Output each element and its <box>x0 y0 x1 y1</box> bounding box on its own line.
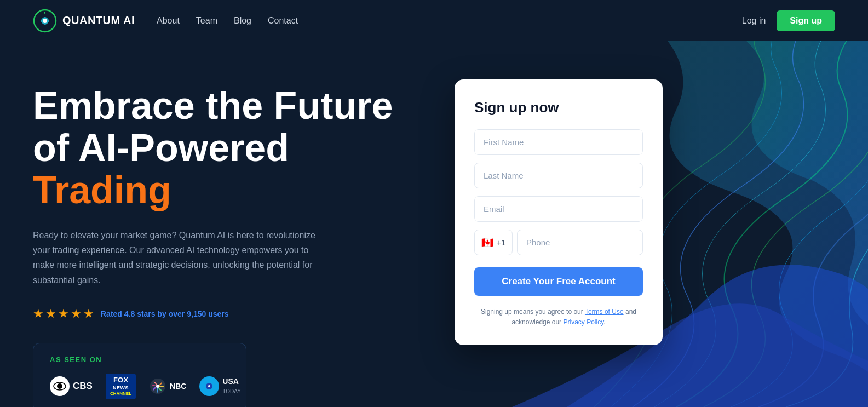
user-count: 9,150 users <box>187 309 228 318</box>
cbs-circle <box>50 376 70 396</box>
usa-today-label: TODAY <box>222 388 241 394</box>
cbs-text: CBS <box>73 381 93 392</box>
logo[interactable]: QUANTUM AI <box>33 9 135 33</box>
nav-blog[interactable]: Blog <box>234 16 251 26</box>
star-2: ★ <box>45 307 56 321</box>
phone-group: 🇨🇦 +1 <box>474 230 643 255</box>
nav-links: About Team Blog Contact <box>157 16 742 26</box>
nav-contact[interactable]: Contact <box>268 16 298 26</box>
email-group <box>474 196 643 222</box>
navbar: QUANTUM AI About Team Blog Contact Log i… <box>0 0 868 41</box>
fox-logo: FOX NEWS CHANNEL <box>106 374 136 399</box>
rating-row: ★ ★ ★ ★ ★ Rated 4.8 stars by over 9,150 … <box>33 307 449 321</box>
hero-title-line2: of AI-Powered <box>33 127 289 169</box>
logo-icon <box>33 9 57 33</box>
signup-form-card: Sign up now 🇨🇦 +1 Create Your Free Accou… <box>455 79 663 345</box>
phone-prefix-label: +1 <box>497 238 505 247</box>
legal-text: Signing up means you agree to our Terms … <box>474 307 643 328</box>
rating-suffix: by over <box>158 309 185 318</box>
nbc-peacock-icon <box>149 377 166 395</box>
legal-prefix: Signing up means you agree to our <box>481 308 583 316</box>
create-account-button[interactable]: Create Your Free Account <box>474 267 643 296</box>
last-name-group <box>474 163 643 188</box>
form-title: Sign up now <box>474 99 643 116</box>
usa-label: USA <box>222 377 241 386</box>
usa-today-logo: USA TODAY <box>199 376 241 396</box>
cbs-logo: CBS <box>50 376 93 396</box>
hero-title: Embrace the Future of AI-Powered Trading <box>33 85 449 211</box>
nbc-text: NBC <box>170 382 186 391</box>
svg-point-1 <box>43 19 47 23</box>
terms-of-use-link[interactable]: Terms of Use <box>585 308 624 316</box>
star-5: ★ <box>83 307 94 321</box>
hero-form-area: Sign up now 🇨🇦 +1 Create Your Free Accou… <box>449 74 668 407</box>
email-input[interactable] <box>474 196 643 222</box>
as-seen-on-box: AS SEEN ON CBS FOX NEWS CHANNE <box>33 343 246 407</box>
svg-point-5 <box>156 385 159 388</box>
hero-title-line1: Embrace the Future <box>33 84 393 127</box>
media-logos: CBS FOX NEWS CHANNEL <box>50 374 229 399</box>
login-button[interactable]: Log in <box>742 16 766 26</box>
hero-content: Embrace the Future of AI-Powered Trading… <box>33 74 449 407</box>
legal-period: . <box>603 318 605 326</box>
flag-icon: 🇨🇦 <box>481 237 493 249</box>
stars: ★ ★ ★ ★ ★ <box>33 307 94 321</box>
star-1: ★ <box>33 307 44 321</box>
hero-title-line3: Trading <box>33 169 171 211</box>
hero-description: Ready to elevate your market game? Quant… <box>33 228 318 288</box>
nav-right: Log in Sign up <box>742 10 835 31</box>
svg-point-3 <box>57 383 62 389</box>
rating-label: Rated 4.8 stars <box>101 309 156 318</box>
star-3: ★ <box>58 307 69 321</box>
usa-text: USA TODAY <box>222 377 241 395</box>
logo-text: QUANTUM AI <box>62 14 135 27</box>
first-name-group <box>474 129 643 155</box>
star-4: ★ <box>71 307 82 321</box>
fox-text: FOX <box>110 376 131 385</box>
fox-subtext: NEWS <box>110 385 131 392</box>
nav-about[interactable]: About <box>157 16 180 26</box>
svg-point-8 <box>208 385 210 387</box>
nav-team[interactable]: Team <box>196 16 217 26</box>
first-name-input[interactable] <box>474 129 643 155</box>
phone-prefix-button[interactable]: 🇨🇦 +1 <box>474 230 513 255</box>
usa-circle <box>199 376 219 396</box>
privacy-policy-link[interactable]: Privacy Policy <box>563 318 603 326</box>
fox-channel: CHANNEL <box>110 391 131 397</box>
signup-button[interactable]: Sign up <box>777 10 835 31</box>
last-name-input[interactable] <box>474 163 643 188</box>
as-seen-label: AS SEEN ON <box>50 356 229 364</box>
rating-text: Rated 4.8 stars by over 9,150 users <box>101 309 229 318</box>
nbc-logo: NBC <box>149 377 186 395</box>
phone-input[interactable] <box>517 230 643 255</box>
